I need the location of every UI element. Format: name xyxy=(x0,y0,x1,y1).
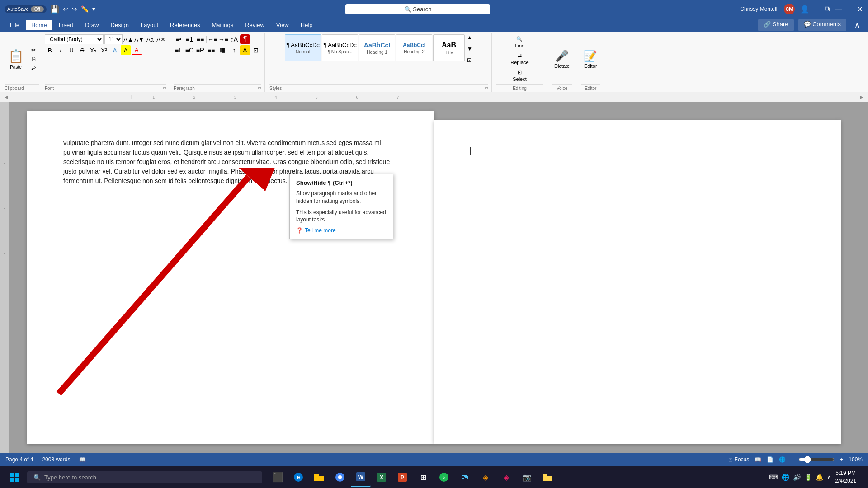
subscript-button[interactable]: X₂ xyxy=(88,45,98,55)
menu-item-view[interactable]: View xyxy=(271,20,294,30)
document-page2[interactable] xyxy=(434,120,841,444)
editor-button[interactable]: 📝 Editor xyxy=(581,48,600,70)
font-expand-icon[interactable]: ⧉ xyxy=(163,86,166,91)
menu-item-help[interactable]: Help xyxy=(295,20,318,30)
powerpoint-icon[interactable]: P xyxy=(392,467,412,487)
align-right-button[interactable]: ≡R xyxy=(195,45,205,55)
zoom-in-icon[interactable]: + xyxy=(840,456,843,463)
select-button[interactable]: ⊡ Select xyxy=(510,68,529,84)
menu-item-review[interactable]: Review xyxy=(240,20,270,30)
menu-item-file[interactable]: File xyxy=(5,20,25,30)
network-icon[interactable]: 🌐 xyxy=(782,474,789,481)
dictate-button[interactable]: 🎤 Dictate xyxy=(552,48,572,70)
restore-icon[interactable]: ⧉ xyxy=(824,5,831,13)
bullets-button[interactable]: ≡• xyxy=(174,34,184,44)
font-size-selector[interactable]: 11 xyxy=(104,34,123,44)
excel-icon[interactable]: X xyxy=(372,467,392,487)
taskbar-search-bar[interactable]: 🔍 Type here to search xyxy=(27,471,262,483)
clear-formatting-button[interactable]: A✕ xyxy=(156,34,166,44)
app1-icon[interactable]: ◈ xyxy=(476,467,495,487)
style-heading2[interactable]: AaBbCcI Heading 2 xyxy=(396,34,432,61)
system-tray-expand[interactable]: ∧ xyxy=(827,474,831,481)
paragraph-expand-icon[interactable]: ⧉ xyxy=(258,86,261,91)
superscript-button[interactable]: X² xyxy=(99,45,109,55)
style-title[interactable]: AaB Title xyxy=(433,34,465,61)
text-effect-button[interactable]: A xyxy=(110,45,120,55)
align-left-button[interactable]: ≡L xyxy=(174,45,184,55)
title-search-box[interactable]: 🔍 Search xyxy=(345,4,490,14)
start-button[interactable] xyxy=(4,466,25,488)
edge-icon[interactable]: e xyxy=(288,467,308,487)
zoom-slider[interactable] xyxy=(798,456,835,463)
italic-button[interactable]: I xyxy=(56,45,66,55)
customize-icon[interactable]: ▾ xyxy=(92,5,95,13)
zoom-out-icon[interactable]: - xyxy=(791,456,793,463)
spotify-icon[interactable]: ♪ xyxy=(434,467,454,487)
menu-item-layout[interactable]: Layout xyxy=(135,20,164,30)
menu-item-home[interactable]: Home xyxy=(26,20,52,30)
style-normal[interactable]: ¶ AaBbCcDc Normal xyxy=(285,34,321,61)
font-family-selector[interactable]: Calibri (Body) xyxy=(45,34,104,44)
decrease-font-button[interactable]: A▼ xyxy=(134,34,144,44)
text-highlight-button[interactable]: A xyxy=(121,45,131,55)
line-spacing-button[interactable]: ↕ xyxy=(229,45,239,55)
align-center-button[interactable]: ≡C xyxy=(184,45,194,55)
cut-button[interactable]: ✂ xyxy=(28,46,39,54)
copy-button[interactable]: ⎘ xyxy=(28,55,39,63)
task-view-button[interactable]: ⬛ xyxy=(268,467,288,487)
document-area[interactable]: - - - - - - - vulputate pharetra dunt. I… xyxy=(0,102,868,453)
paste-button[interactable]: 📋 Paste xyxy=(5,46,27,73)
underline-button[interactable]: U xyxy=(66,45,76,55)
show-hide-paragraph-button[interactable]: ¶ xyxy=(240,34,250,44)
styles-expand-icon[interactable]: ⧉ xyxy=(485,86,488,91)
read-mode-button[interactable]: 📖 xyxy=(755,456,761,463)
autosave-toggle[interactable]: AutoSave Off xyxy=(5,5,47,13)
sort-button[interactable]: ↕A xyxy=(229,34,239,44)
focus-button[interactable]: ⊡ Focus xyxy=(728,456,750,463)
increase-indent-button[interactable]: →≡ xyxy=(218,34,228,44)
style-no-spacing[interactable]: ¶ AaBbCcDc ¶ No Spac... xyxy=(322,34,358,61)
increase-font-button[interactable]: A▲ xyxy=(123,34,133,44)
maximize-icon[interactable]: □ xyxy=(845,5,853,13)
photos-icon[interactable]: 📷 xyxy=(517,467,537,487)
close-icon[interactable]: ✕ xyxy=(856,5,863,13)
decrease-indent-button[interactable]: ←≡ xyxy=(208,34,217,44)
borders-button[interactable]: ⊡ xyxy=(251,45,261,55)
collapse-ribbon-icon[interactable]: ∧ xyxy=(851,19,863,31)
menu-item-design[interactable]: Design xyxy=(105,20,134,30)
bold-button[interactable]: B xyxy=(45,45,55,55)
undo-icon[interactable]: ↩ xyxy=(63,5,68,13)
file-explorer-icon[interactable] xyxy=(309,467,329,487)
menu-item-mailings[interactable]: Mailings xyxy=(207,20,239,30)
strikethrough-button[interactable]: S xyxy=(77,45,87,55)
tooltip-link[interactable]: ❓ Tell me more xyxy=(296,227,387,234)
styles-scroll-down[interactable]: ▼ xyxy=(467,46,472,52)
explorer2-icon[interactable] xyxy=(538,467,558,487)
style-heading1[interactable]: AaBbCcI Heading 1 xyxy=(359,34,395,61)
save-icon[interactable]: 💾 xyxy=(50,5,59,14)
word-icon[interactable]: W xyxy=(351,467,371,487)
comments-button[interactable]: 💬 Comments xyxy=(798,19,846,31)
share-button[interactable]: 🔗 Share xyxy=(758,19,793,31)
styles-scroll-up[interactable]: ▲ xyxy=(467,34,472,41)
store-icon[interactable]: 🛍 xyxy=(455,467,475,487)
multilevel-list-button[interactable]: ≡≡ xyxy=(195,34,205,44)
clock[interactable]: 5:19 PM 2/4/2021 xyxy=(835,469,856,485)
volume-icon[interactable]: 🔊 xyxy=(793,474,801,481)
battery-icon[interactable]: 🔋 xyxy=(804,474,812,481)
change-case-button[interactable]: Aa xyxy=(145,34,155,44)
minimize-icon[interactable]: — xyxy=(835,5,842,13)
column-button[interactable]: ▦ xyxy=(217,45,227,55)
account-icon[interactable]: 👤 xyxy=(800,5,809,14)
web-layout-button[interactable]: 🌐 xyxy=(779,456,786,463)
styles-more[interactable]: ⊡ xyxy=(467,57,472,63)
notification-icon[interactable]: 🔔 xyxy=(816,474,823,481)
menu-item-references[interactable]: References xyxy=(165,20,205,30)
pen-icon[interactable]: ✏️ xyxy=(81,5,89,13)
print-layout-button[interactable]: 📄 xyxy=(767,456,774,463)
format-painter-button[interactable]: 🖌 xyxy=(28,64,39,72)
keyboard-icon[interactable]: ⌨ xyxy=(769,474,778,481)
font-color-button[interactable]: A xyxy=(132,45,142,55)
document-page[interactable]: vulputate pharetra dunt. Integer sed nun… xyxy=(27,111,434,444)
find-button[interactable]: 🔍 Find xyxy=(512,34,527,50)
